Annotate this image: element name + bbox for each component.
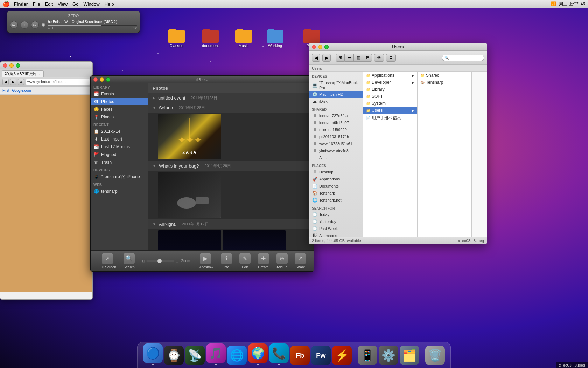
finder-search-bar[interactable]: 🔍: [442, 55, 484, 61]
sidebar-item-photos[interactable]: 🖼 Photos: [91, 98, 148, 105]
finder-sidebar-yesterday[interactable]: 🕐 Yesterday: [309, 218, 363, 225]
finder-col1-library[interactable]: 📁 Library: [363, 86, 417, 93]
itunes-pause-button[interactable]: ⏸: [21, 21, 28, 29]
sidebar-item-flagged[interactable]: 🚩 Flagged: [91, 151, 148, 158]
finder-sidebar-applications[interactable]: 🚀 Applications: [309, 176, 363, 183]
dock-item-app3[interactable]: 🗂️: [400, 346, 419, 365]
slideshow-button[interactable]: ▶ Slideshow: [197, 253, 214, 269]
finder-close-button[interactable]: [312, 45, 316, 49]
sidebar-item-places[interactable]: 📍 Places: [91, 113, 148, 121]
event-header-airnight[interactable]: ▼ AirNight. 2011年5月12日: [148, 219, 314, 229]
finder-col1-users[interactable]: 📁 Users ▶: [363, 107, 417, 114]
event-header-untitled[interactable]: ▶ untitled event 2011年4月28日: [148, 93, 314, 103]
finder-sidebar-pc2011[interactable]: 🖥 pc2011031517fth: [309, 133, 363, 140]
photo-thumbnail-bag[interactable]: [158, 172, 221, 218]
create-button[interactable]: ✚ Create: [258, 253, 269, 269]
menu-help[interactable]: Help: [105, 1, 114, 7]
folder-classes[interactable]: Classes: [168, 29, 185, 48]
photo-thumbnail-zara[interactable]: ✦✦✦ ZARA: [158, 114, 221, 159]
event-header-solana[interactable]: ▼ Solana 2011年4月28日: [148, 103, 314, 113]
sidebar-item-tensharp-web[interactable]: 🌐 tensharp: [91, 188, 148, 195]
dock-item-chrome[interactable]: 🌍: [248, 343, 268, 365]
finder-col1-user-manual[interactable]: 📄 用户手册和信息: [363, 114, 417, 122]
finder-gear-button[interactable]: ⚙: [386, 54, 396, 62]
zoom-slider-thumb[interactable]: [158, 259, 162, 263]
finder-coverflow-button[interactable]: ⊟: [363, 54, 372, 62]
itunes-forward-button[interactable]: ⏭: [31, 21, 39, 29]
finder-sidebar-all-images[interactable]: 🖼 All Images: [309, 232, 363, 237]
finder-sidebar-desktop[interactable]: 🖥 Desktop: [309, 169, 363, 176]
finder-sidebar-documents[interactable]: 📄 Documents: [309, 183, 363, 190]
finder-col1-developer[interactable]: 📁 Developer ▶: [363, 79, 417, 86]
finder-forward-button[interactable]: ▶: [322, 54, 331, 62]
finder-col2-shared[interactable]: 📁 Shared: [418, 72, 471, 79]
apple-menu[interactable]: 🍎: [3, 1, 10, 7]
dock-item-safari[interactable]: 🌐: [227, 346, 247, 365]
dock-item-itunes[interactable]: 🎵: [206, 343, 226, 365]
finder-sidebar-microsof[interactable]: 🖥 microsof-5f9229: [309, 126, 363, 133]
edit-button[interactable]: ✎ Edit: [239, 253, 251, 269]
dock-item-flash[interactable]: ⚡: [332, 346, 352, 365]
itunes-rewind-button[interactable]: ⏮: [10, 21, 18, 29]
dock-item-app2[interactable]: ⚙️: [379, 346, 398, 365]
finder-sidebar-idisk[interactable]: ☁ iDisk: [309, 98, 363, 105]
zoom-control[interactable]: ⊟ ⊞ Zoom: [142, 259, 190, 263]
browser-back-button[interactable]: ◀: [2, 79, 9, 85]
search-button[interactable]: 🔍 Search: [124, 253, 135, 269]
folder-working[interactable]: Working: [267, 29, 284, 48]
menu-edit[interactable]: Edit: [45, 1, 53, 7]
event-header-bag[interactable]: ▼ What's in your bag? 2011年4月29日: [148, 161, 314, 171]
finder-sidebar-past-week[interactable]: 🕐 Past Week: [309, 225, 363, 232]
finder-sidebar-lenovo2[interactable]: 🖥 lenovo-b9b16e97: [309, 119, 363, 126]
finder-sidebar-all[interactable]: All...: [309, 154, 363, 161]
zoom-slider-track[interactable]: [146, 260, 174, 262]
dock-item-dashboard[interactable]: ⌚: [164, 346, 184, 365]
sidebar-item-2011-5-14[interactable]: 📋 2011-5-14: [91, 128, 148, 135]
bookmark-first[interactable]: First: [2, 89, 9, 93]
photo-thumbnail-airnight2[interactable]: [223, 230, 286, 250]
menu-view[interactable]: View: [58, 1, 68, 7]
finder-col1-applications[interactable]: 📁 Applications ▶: [363, 72, 417, 79]
menu-go[interactable]: Go: [72, 1, 78, 7]
share-button[interactable]: ↗ Share: [295, 253, 306, 269]
finder-col2-tensharp[interactable]: 🏠 Tensharp: [418, 79, 471, 86]
sidebar-item-last-12-months[interactable]: 📆 Last 12 Months: [91, 143, 148, 151]
dock-item-skype[interactable]: 📞: [269, 343, 289, 365]
finder-sidebar-macbook[interactable]: 💻 "Tensharp"的MacBook Pro: [309, 79, 363, 91]
folder-document[interactable]: document: [202, 29, 219, 48]
browser-refresh-button[interactable]: ↺: [18, 79, 24, 85]
finder-column-view-button[interactable]: ▥: [354, 54, 363, 62]
sidebar-item-trash[interactable]: 🗑 Trash: [91, 158, 148, 166]
finder-col1-system[interactable]: 📁 System: [363, 100, 417, 107]
fullscreen-button[interactable]: ⤢ Full Screen: [98, 253, 116, 269]
browser-zoom-button[interactable]: [16, 63, 20, 68]
browser-minimize-button[interactable]: [9, 63, 14, 68]
finder-list-view-button[interactable]: ☰: [345, 54, 354, 62]
menu-finder[interactable]: Finder: [14, 1, 28, 7]
finder-sidebar-macintosh-hd[interactable]: 💿 Macintosh HD: [309, 91, 363, 98]
dock-item-app1[interactable]: 📱: [358, 346, 377, 365]
dock-item-finder[interactable]: 🔵: [143, 343, 163, 365]
finder-sidebar-tensharp[interactable]: 🏠 Tensharp: [309, 190, 363, 197]
info-button[interactable]: ℹ Info: [221, 253, 232, 269]
sidebar-item-events[interactable]: 📅 Events: [91, 90, 148, 98]
bookmark-google[interactable]: Google.com: [12, 89, 31, 93]
finder-col1-soft[interactable]: 📁 SOFT: [363, 93, 417, 100]
dock-item-network-radar[interactable]: 📡: [185, 346, 205, 365]
browser-tab[interactable]: XY购入MBP15"定制机开箱/...: [2, 70, 44, 77]
finder-sidebar-today[interactable]: 🕐 Today: [309, 211, 363, 218]
finder-sidebar-ylmfwww[interactable]: 🖥 ylmfwww-ebv4n8r: [309, 147, 363, 154]
finder-zoom-button[interactable]: [324, 45, 329, 49]
browser-url-bar[interactable]: www.xynbnb.com/threa...: [26, 79, 90, 85]
folder-music[interactable]: Music: [235, 29, 252, 48]
finder-back-button[interactable]: ◀: [312, 54, 320, 62]
iphoto-close-button[interactable]: [93, 77, 98, 82]
finder-minimize-button[interactable]: [318, 45, 322, 49]
iphoto-minimize-button[interactable]: [100, 77, 104, 82]
finder-icon-view-button[interactable]: ⊞: [336, 54, 345, 62]
finder-sidebar-www[interactable]: 🖥 www-16728d51a61: [309, 140, 363, 147]
finder-sidebar-tensharp-net[interactable]: 🌐 Tensharp.net: [309, 197, 363, 204]
finder-sidebar-lenovo1[interactable]: 🖥 lenovo-727e5fca: [309, 112, 363, 119]
itunes-progress-bar[interactable]: [48, 25, 137, 26]
sidebar-item-faces[interactable]: 😊 Faces: [91, 105, 148, 113]
